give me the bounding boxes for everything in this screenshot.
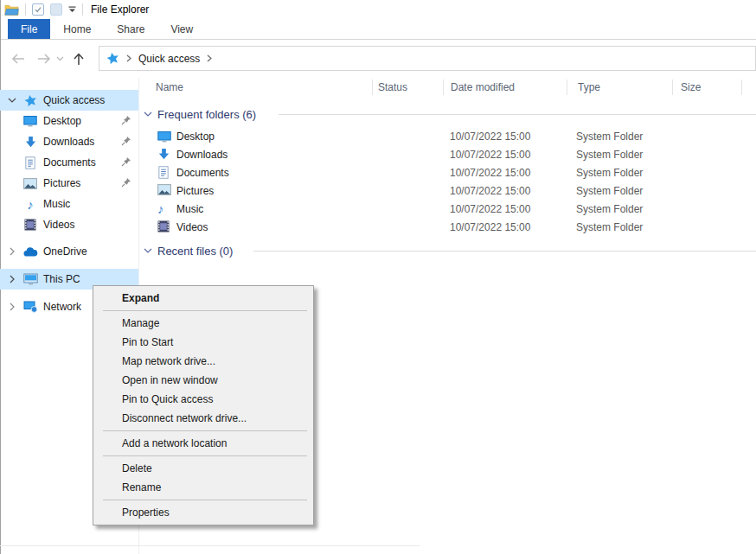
file-date: 10/07/2022 15:00 — [450, 131, 530, 143]
address-bar[interactable]: Quick access — [99, 46, 756, 71]
file-name: Downloads — [176, 149, 227, 161]
navigation-bar: Quick access — [1, 41, 756, 77]
qat-customize-caret-icon[interactable] — [68, 6, 76, 13]
titlebar-divider — [82, 3, 83, 16]
music-note-icon: ♪ — [157, 202, 164, 215]
file-type: System Folder — [576, 131, 643, 143]
column-divider[interactable] — [741, 80, 742, 95]
file-row-pictures[interactable]: Pictures 10/07/2022 15:00 System Folder — [139, 182, 756, 201]
column-header-name[interactable]: Name — [156, 78, 183, 97]
breadcrumb-chevron-icon[interactable] — [126, 54, 131, 62]
sidebar-item-onedrive[interactable]: OneDrive — [0, 241, 138, 262]
onedrive-cloud-icon — [22, 247, 38, 257]
download-arrow-icon — [157, 148, 170, 161]
context-menu-item-rename[interactable]: Rename — [93, 478, 313, 497]
context-menu-item-map-network-drive[interactable]: Map network drive... — [93, 352, 313, 371]
column-divider[interactable] — [672, 80, 673, 95]
file-date: 10/07/2022 15:00 — [450, 221, 530, 233]
context-menu-item-delete[interactable]: Delete — [93, 459, 313, 478]
column-header-type[interactable]: Type — [578, 78, 600, 97]
tab-share[interactable]: Share — [104, 19, 157, 39]
pin-icon — [121, 177, 131, 188]
sidebar-item-desktop[interactable]: Desktop — [0, 111, 138, 131]
file-row-videos[interactable]: Videos 10/07/2022 15:00 System Folder — [139, 219, 756, 237]
context-menu-item-pin-to-start[interactable]: Pin to Start — [93, 333, 313, 352]
file-name: Videos — [176, 221, 208, 233]
column-header-size[interactable]: Size — [681, 78, 701, 97]
recent-locations-caret-icon[interactable] — [53, 48, 67, 69]
column-divider[interactable] — [372, 80, 373, 95]
file-row-music[interactable]: ♪ Music 10/07/2022 15:00 System Folder — [139, 201, 756, 219]
computer-monitor-icon — [22, 273, 38, 285]
file-name: Documents — [176, 167, 229, 179]
file-date: 10/07/2022 15:00 — [450, 149, 530, 161]
sidebar-item-quick-access[interactable]: Quick access — [0, 90, 138, 111]
menu-separator — [103, 430, 307, 431]
context-menu-item-open-in-new-window[interactable]: Open in new window — [93, 371, 313, 390]
breadcrumb-quick-access[interactable]: Quick access — [138, 53, 200, 65]
chevron-down-icon[interactable] — [5, 98, 19, 103]
context-menu-item-properties[interactable]: Properties — [93, 503, 313, 522]
sidebar-item-downloads[interactable]: Downloads — [0, 131, 138, 152]
file-type: System Folder — [576, 149, 643, 161]
context-menu-item-disconnect-network-drive[interactable]: Disconnect network drive... — [93, 409, 313, 428]
chevron-right-icon[interactable] — [5, 275, 19, 283]
picture-frame-icon — [157, 184, 171, 195]
context-menu-item-add-network-location[interactable]: Add a network location — [93, 434, 313, 453]
group-header-frequent-folders[interactable]: Frequent folders (6) — [144, 105, 256, 123]
back-arrow-icon[interactable] — [8, 48, 29, 69]
group-label: Frequent folders (6) — [157, 108, 256, 121]
file-row-desktop[interactable]: Desktop 10/07/2022 15:00 System Folder — [139, 128, 756, 146]
file-type: System Folder — [576, 221, 643, 233]
qat-new-folder-icon[interactable] — [50, 3, 62, 16]
sidebar-item-label: This PC — [43, 273, 80, 285]
sidebar-item-label: Music — [43, 198, 70, 210]
sidebar-item-label: Network — [43, 301, 81, 313]
music-note-icon: ♪ — [22, 198, 38, 211]
network-computer-icon — [22, 301, 38, 313]
tab-file[interactable]: File — [8, 19, 50, 39]
tab-view[interactable]: View — [157, 19, 206, 39]
forward-arrow-icon[interactable] — [34, 48, 54, 69]
file-name: Desktop — [176, 131, 215, 143]
context-menu-item-pin-to-quick-access[interactable]: Pin to Quick access — [93, 390, 313, 409]
group-rule — [279, 114, 756, 115]
chevron-right-icon[interactable] — [5, 302, 19, 311]
document-icon — [157, 166, 170, 179]
file-type: System Folder — [576, 203, 643, 215]
sidebar-item-label: OneDrive — [43, 245, 87, 258]
file-date: 10/07/2022 15:00 — [450, 167, 530, 179]
qat-properties-icon[interactable] — [32, 3, 44, 16]
quick-access-star-icon — [106, 52, 119, 65]
column-divider[interactable] — [567, 80, 567, 95]
chevron-right-icon[interactable] — [5, 247, 19, 256]
sidebar-item-videos[interactable]: Videos — [0, 214, 138, 235]
tab-home[interactable]: Home — [50, 19, 104, 39]
file-type: System Folder — [576, 167, 643, 179]
sidebar-item-pictures[interactable]: Pictures — [0, 173, 138, 194]
sidebar-item-label: Desktop — [43, 115, 81, 127]
document-icon — [22, 156, 38, 169]
sidebar-item-documents[interactable]: Documents — [0, 152, 138, 173]
file-row-documents[interactable]: Documents 10/07/2022 15:00 System Folder — [139, 164, 756, 182]
group-header-recent-files[interactable]: Recent files (0) — [144, 242, 233, 259]
column-divider[interactable] — [443, 80, 444, 95]
column-header-status[interactable]: Status — [378, 78, 407, 97]
sidebar-item-label: Videos — [43, 219, 74, 231]
titlebar: File Explorer — [1, 0, 756, 19]
context-menu: Expand Manage Pin to Start Map network d… — [93, 285, 314, 525]
sidebar-item-label: Quick access — [43, 94, 105, 106]
up-arrow-icon[interactable] — [68, 48, 89, 69]
file-explorer-logo-icon[interactable] — [4, 3, 19, 16]
column-header-date-modified[interactable]: Date modified — [451, 78, 515, 97]
sidebar-item-music[interactable]: ♪ Music — [0, 194, 138, 214]
file-row-downloads[interactable]: Downloads 10/07/2022 15:00 System Folder — [139, 146, 756, 164]
context-menu-item-manage[interactable]: Manage — [93, 314, 313, 333]
pin-icon — [121, 136, 131, 146]
chevron-down-icon — [144, 248, 152, 253]
sidebar-item-label: Pictures — [43, 177, 80, 189]
desktop-monitor-icon — [157, 130, 171, 143]
breadcrumb-chevron-icon[interactable] — [207, 54, 212, 62]
context-menu-item-expand[interactable]: Expand — [93, 289, 313, 308]
quick-access-star-icon — [22, 94, 38, 107]
